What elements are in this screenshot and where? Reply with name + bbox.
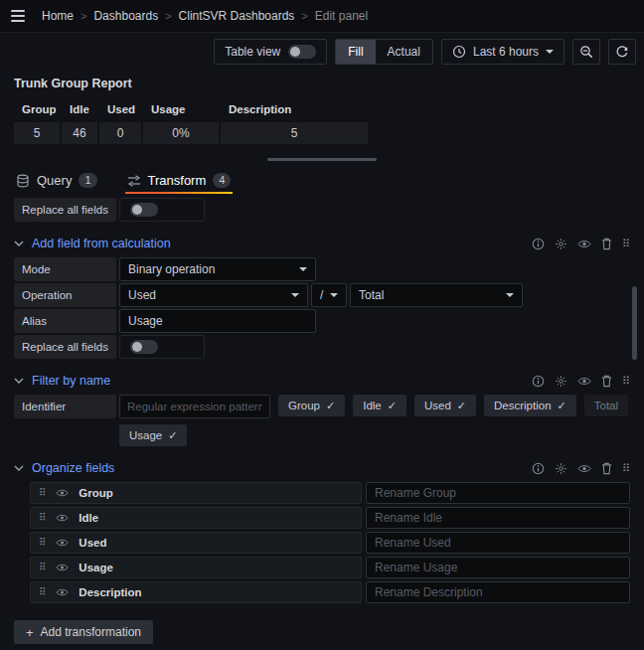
- info-icon[interactable]: [532, 462, 545, 475]
- chip-description[interactable]: Description ✓: [484, 395, 576, 416]
- eye-icon[interactable]: [577, 239, 591, 249]
- trash-icon[interactable]: [601, 375, 612, 388]
- eye-icon[interactable]: [56, 538, 69, 548]
- chevron-down-icon[interactable]: [14, 378, 24, 384]
- info-icon[interactable]: [532, 375, 545, 388]
- organize-field-row: ⠿ Description: [30, 581, 630, 603]
- mode-select[interactable]: Binary operation: [119, 257, 316, 281]
- table-header-description[interactable]: Description: [221, 98, 370, 120]
- section-title[interactable]: Add field from calculation: [32, 237, 171, 250]
- actual-button[interactable]: Actual: [376, 40, 432, 64]
- breadcrumb-dashboard-name[interactable]: ClintSVR Dashboards: [179, 9, 295, 23]
- right-operand-select[interactable]: Total: [350, 283, 523, 307]
- field-name: Usage: [79, 562, 113, 573]
- table-header-used[interactable]: Used: [99, 98, 143, 120]
- scrollbar-thumb[interactable]: [632, 286, 637, 360]
- field-item[interactable]: ⠿ Description: [30, 581, 362, 603]
- breadcrumb-separator-icon: >: [80, 10, 86, 22]
- fill-button[interactable]: Fill: [336, 40, 375, 64]
- panel-preview: Trunk Group Report Group Idle Used Usage…: [0, 65, 644, 144]
- drag-handle-icon[interactable]: ⠿: [39, 563, 46, 572]
- rename-field-input[interactable]: [366, 557, 630, 578]
- tab-query[interactable]: Query 1: [14, 167, 99, 194]
- identifier-label: Identifier: [14, 395, 116, 418]
- table-view-control[interactable]: Table view: [214, 39, 327, 65]
- chevron-down-icon: [506, 293, 514, 297]
- gear-icon[interactable]: [555, 375, 567, 388]
- rename-field-input[interactable]: [366, 482, 630, 504]
- check-icon: ✓: [558, 400, 566, 412]
- drag-handle-icon[interactable]: ⠿: [39, 538, 46, 548]
- operator-select[interactable]: /: [311, 283, 347, 307]
- breadcrumb-dashboards[interactable]: Dashboards: [93, 9, 158, 23]
- clock-icon: [452, 45, 466, 59]
- panel-toolbar: Table view Fill Actual Last 6 hours: [0, 33, 644, 65]
- eye-icon[interactable]: [56, 488, 69, 498]
- left-operand-select[interactable]: Used: [119, 283, 308, 307]
- trash-icon[interactable]: [601, 462, 612, 475]
- alias-row: Alias: [14, 309, 630, 333]
- tab-transform-label: Transform: [148, 173, 207, 188]
- gear-icon[interactable]: [555, 462, 567, 475]
- field-item[interactable]: ⠿ Used: [30, 532, 362, 554]
- operator-value: /: [320, 288, 323, 302]
- drag-handle-icon[interactable]: ⠿: [39, 587, 46, 597]
- drag-handle-icon[interactable]: ⠿: [622, 463, 630, 474]
- refresh-button[interactable]: [608, 39, 636, 65]
- table-view-switch[interactable]: [288, 45, 316, 59]
- chevron-down-icon: [546, 50, 554, 54]
- chevron-down-icon: [291, 293, 299, 297]
- eye-icon[interactable]: [577, 463, 591, 474]
- section-actions: ⠿: [532, 375, 630, 388]
- chip-usage[interactable]: Usage ✓: [119, 424, 187, 446]
- chip-group[interactable]: Group ✓: [278, 395, 345, 416]
- info-icon[interactable]: [532, 238, 545, 250]
- field-name: Used: [79, 537, 106, 549]
- table-header-usage[interactable]: Usage: [143, 98, 221, 120]
- eye-icon[interactable]: [56, 587, 69, 597]
- transformation-add-field-from-calculation: Add field from calculation ⠿ Mode Binary…: [14, 236, 630, 359]
- drag-handle-icon[interactable]: ⠿: [622, 376, 630, 387]
- rename-field-input[interactable]: [366, 581, 630, 603]
- menu-button[interactable]: [0, 0, 36, 33]
- mode-value: Binary operation: [128, 262, 215, 276]
- section-header: Add field from calculation ⠿: [14, 236, 630, 251]
- organize-field-row: ⠿ Usage: [30, 557, 630, 578]
- replace-all-fields-switch[interactable]: [119, 198, 205, 222]
- section-title[interactable]: Filter by name: [32, 374, 110, 388]
- database-icon: [16, 174, 30, 188]
- pane-resize-handle[interactable]: [267, 158, 377, 161]
- operation-label: Operation: [14, 283, 116, 307]
- gear-icon[interactable]: [555, 238, 567, 250]
- eye-icon[interactable]: [56, 513, 69, 523]
- field-item[interactable]: ⠿ Usage: [30, 557, 362, 578]
- drag-handle-icon[interactable]: ⠿: [622, 239, 630, 249]
- chip-used[interactable]: Used ✓: [414, 395, 476, 416]
- trash-icon[interactable]: [601, 238, 612, 250]
- chevron-down-icon[interactable]: [14, 241, 24, 246]
- zoom-out-button[interactable]: [572, 39, 600, 65]
- add-transformation-button[interactable]: + Add transformation: [14, 620, 153, 644]
- alias-input[interactable]: [119, 309, 316, 333]
- chip-total[interactable]: Total: [584, 395, 628, 416]
- eye-icon[interactable]: [56, 563, 69, 572]
- field-item[interactable]: ⠿ Idle: [30, 507, 362, 529]
- replace-all-fields-switch[interactable]: [119, 335, 205, 359]
- field-item[interactable]: ⠿ Group: [30, 482, 362, 504]
- drag-handle-icon[interactable]: ⠿: [39, 488, 46, 498]
- chevron-down-icon[interactable]: [14, 465, 24, 471]
- drag-handle-icon[interactable]: ⠿: [39, 513, 46, 523]
- table-header-idle[interactable]: Idle: [62, 98, 99, 120]
- chip-idle[interactable]: Idle ✓: [353, 395, 406, 416]
- identifier-input[interactable]: [119, 395, 270, 418]
- section-title[interactable]: Organize fields: [32, 461, 114, 475]
- rename-field-input[interactable]: [366, 507, 630, 529]
- tab-transform[interactable]: Transform 4: [125, 167, 234, 194]
- rename-field-input[interactable]: [366, 532, 630, 554]
- replace-all-fields-row: Replace all fields: [14, 335, 630, 359]
- time-range-picker[interactable]: Last 6 hours: [441, 39, 564, 65]
- field-name: Group: [79, 487, 113, 499]
- table-header-group[interactable]: Group: [14, 98, 62, 120]
- breadcrumb-home[interactable]: Home: [42, 9, 74, 23]
- eye-icon[interactable]: [577, 376, 591, 387]
